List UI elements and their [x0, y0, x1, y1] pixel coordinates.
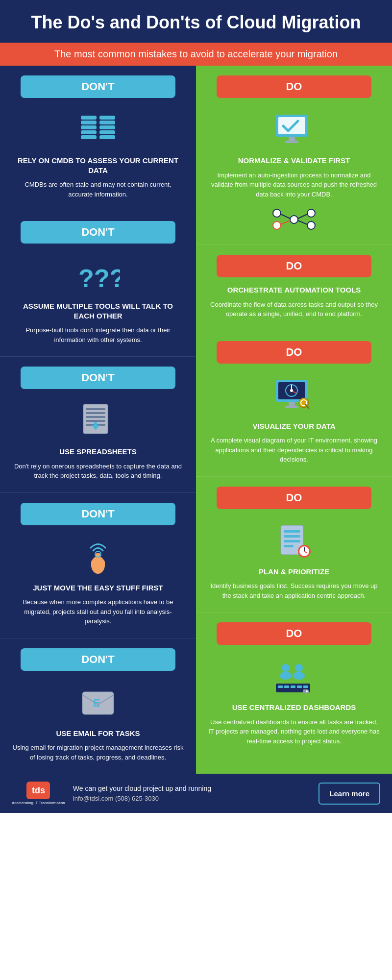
- svg-line-37: [298, 220, 307, 224]
- svg-rect-12: [86, 408, 105, 410]
- do-heading-5: USE CENTRALIZED DASHBOARDS: [208, 703, 380, 712]
- dont-icon-3: [12, 402, 184, 441]
- svg-rect-51: [284, 535, 300, 538]
- dont-icon-2: ???: [12, 256, 184, 295]
- dont-section-1: DON'T RELY ON CMDB TO ASSESS YOUR CURREN…: [0, 66, 196, 211]
- svg-rect-6: [99, 121, 115, 124]
- dont-column: DON'T RELY ON CMDB TO ASSESS YOUR CURREN…: [0, 66, 196, 774]
- svg-rect-2: [81, 125, 97, 129]
- dont-badge-1: DON'T: [21, 75, 176, 98]
- dont-body-3: Don't rely on onerous spreadsheets to ca…: [12, 462, 184, 481]
- learn-more-button[interactable]: Learn more: [318, 783, 380, 805]
- svg-rect-44: [289, 402, 295, 406]
- svg-rect-63: [278, 686, 283, 688]
- svg-rect-7: [99, 125, 115, 129]
- do-icon-1: [208, 111, 380, 150]
- logo-tagline: Accelerating IT Transformation: [12, 801, 65, 805]
- dont-body-2: Purpose-built tools don't integrate thei…: [12, 325, 184, 344]
- do-column: DO NORMALIZE & VALIDATE FIRST Implement …: [196, 66, 392, 774]
- main-header: The Do's and Don'ts of Cloud Migration: [0, 0, 392, 43]
- svg-rect-18: [94, 422, 97, 427]
- svg-point-58: [282, 664, 290, 672]
- footer-contact: info@tdsi.com (508) 625-3030: [73, 794, 311, 804]
- dont-badge-2: DON'T: [21, 221, 176, 244]
- svg-rect-66: [297, 686, 302, 688]
- svg-point-29: [273, 209, 281, 217]
- do-body-5: Use centralized dashboards to ensure all…: [208, 717, 380, 746]
- dont-icon-1: [12, 111, 184, 150]
- do-icon-3: [208, 376, 380, 416]
- svg-rect-1: [81, 121, 97, 124]
- dont-section-3: DON'T USE SPREADSHEETS Don't rely on one…: [0, 357, 196, 493]
- svg-rect-45: [285, 406, 298, 408]
- dont-body-4: Because when more complex applications h…: [12, 597, 184, 626]
- do-badge-1: DO: [217, 75, 372, 98]
- do-heading-2: ORCHESTRATE AUTOMATION TOOLS: [208, 285, 380, 295]
- do-heading-4: PLAN & PRIORITIZE: [208, 567, 380, 577]
- do-illustration-1: [208, 206, 380, 233]
- footer: tds Accelerating IT Transformation We ca…: [0, 774, 392, 813]
- do-badge-4: DO: [217, 487, 372, 509]
- do-badge-2: DO: [217, 255, 372, 277]
- svg-rect-13: [86, 412, 105, 414]
- svg-line-36: [298, 214, 307, 219]
- svg-rect-27: [289, 137, 295, 141]
- subtitle-text: The most common mistakes to avoid to acc…: [54, 49, 338, 59]
- subtitle-bar: The most common mistakes to avoid to acc…: [0, 43, 392, 66]
- svg-point-43: [290, 389, 293, 392]
- svg-point-60: [295, 664, 303, 672]
- do-icon-4: [208, 522, 380, 561]
- svg-rect-9: [99, 135, 115, 139]
- dont-section-2: DON'T ??? ASSUME MULTIPLE TOOLS WILL TAL…: [0, 211, 196, 357]
- svg-line-35: [281, 220, 290, 224]
- do-body-1: Implement an auto-ingestion process to n…: [208, 171, 380, 199]
- dont-body-5: Using email for migration project manage…: [12, 743, 184, 762]
- svg-rect-65: [291, 686, 295, 688]
- do-body-4: Identify business goals first. Success r…: [208, 581, 380, 600]
- dont-heading-2: ASSUME MULTIPLE TOOLS WILL TALK TO EACH …: [12, 301, 184, 320]
- do-body-3: A complete visual diagram of your IT env…: [208, 436, 380, 465]
- svg-point-59: [280, 672, 292, 680]
- svg-point-32: [307, 209, 315, 217]
- footer-logo: tds Accelerating IT Transformation: [12, 782, 65, 805]
- svg-point-61: [293, 672, 305, 680]
- svg-point-69: [306, 690, 308, 692]
- do-heading-3: VISUALIZE YOUR DATA: [208, 421, 380, 431]
- do-section-2: DO ORCHESTRATE AUTOMATION TOOLS Coordina…: [196, 245, 392, 331]
- dont-badge-3: DON'T: [21, 367, 176, 389]
- dont-icon-4: [12, 538, 184, 577]
- svg-rect-67: [303, 686, 308, 688]
- dont-heading-5: USE EMAIL FOR TASKS: [12, 729, 184, 738]
- do-heading-1: NORMALIZE & VALIDATE FIRST: [208, 156, 380, 166]
- do-badge-5: DO: [217, 622, 372, 645]
- content-columns: DON'T RELY ON CMDB TO ASSESS YOUR CURREN…: [0, 66, 392, 774]
- svg-rect-8: [99, 130, 115, 134]
- svg-rect-52: [284, 540, 300, 542]
- dont-section-5: DON'T E USE EMAIL FOR TASKS Using email …: [0, 638, 196, 774]
- footer-cta: We can get your cloud project up and run…: [73, 783, 311, 794]
- do-body-2: Coordinate the flow of data across tasks…: [208, 300, 380, 319]
- dont-icon-5: E: [12, 684, 184, 723]
- dont-body-1: CMDBs are often stale and may not contai…: [12, 180, 184, 199]
- dont-heading-3: USE SPREADSHEETS: [12, 447, 184, 457]
- do-section-5: DO: [196, 612, 392, 758]
- logo-box: tds: [26, 782, 50, 799]
- svg-point-31: [290, 216, 298, 223]
- page-title: The Do's and Don'ts of Cloud Migration: [20, 12, 372, 33]
- do-section-3: DO: [196, 331, 392, 477]
- dont-heading-4: JUST MOVE THE EASY STUFF FIRST: [12, 583, 184, 593]
- svg-point-30: [273, 221, 281, 229]
- footer-text: We can get your cloud project up and run…: [73, 783, 311, 804]
- svg-rect-0: [81, 116, 97, 120]
- svg-line-34: [281, 214, 290, 219]
- svg-rect-21: [96, 553, 100, 564]
- dont-badge-4: DON'T: [21, 503, 176, 525]
- do-badge-3: DO: [217, 341, 372, 364]
- svg-rect-64: [284, 686, 289, 688]
- svg-rect-3: [81, 130, 97, 134]
- svg-rect-5: [99, 116, 115, 120]
- do-icon-5: [208, 658, 380, 697]
- svg-text:E: E: [93, 697, 100, 709]
- svg-rect-28: [285, 141, 298, 143]
- dont-heading-1: RELY ON CMDB TO ASSESS YOUR CURRENT DATA: [12, 156, 184, 175]
